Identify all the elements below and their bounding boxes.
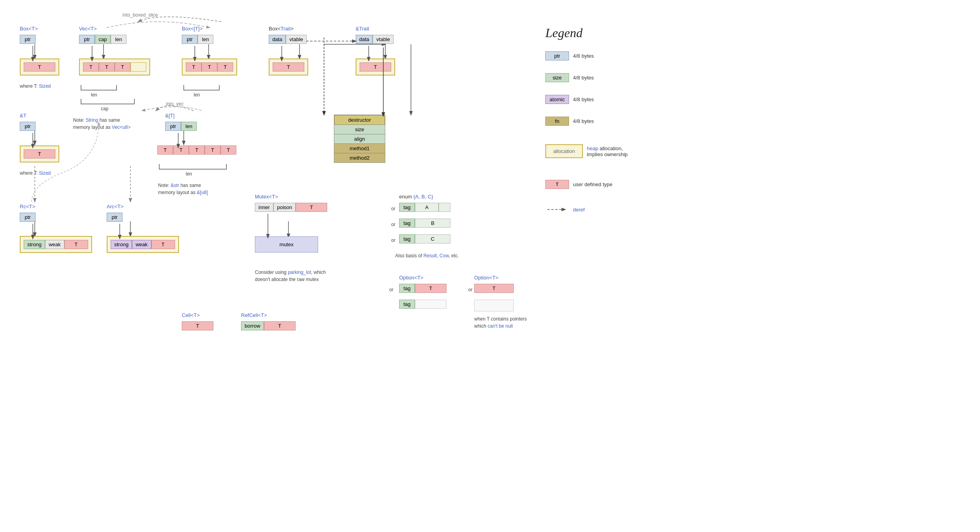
enum-row-A: tag A bbox=[399, 203, 450, 212]
arc-t-ptr: ptr bbox=[107, 213, 122, 222]
box-t-alloc: T bbox=[20, 58, 59, 75]
cell-t-label: Cell<T> bbox=[182, 312, 200, 318]
legend-allocation-row: allocation heap allocation,implies owner… bbox=[545, 144, 628, 158]
note-str: Note: &str has samememory layout as &[u8… bbox=[158, 182, 208, 196]
vec-cap-label: cap bbox=[101, 106, 108, 111]
box-slice-label: Box<[T]> bbox=[182, 26, 203, 32]
rc-t-alloc: strong weak T bbox=[20, 236, 92, 253]
into-vec-label: into_vec bbox=[166, 101, 184, 107]
mutex-t-label: Mutex<T> bbox=[255, 194, 278, 200]
ref-slice-label: &[T] bbox=[165, 113, 175, 119]
vec-t-label: Vec<T> bbox=[79, 26, 97, 32]
box-trait-alloc: T bbox=[269, 58, 308, 75]
refcell-t-box: borrow T bbox=[241, 321, 296, 330]
mutex-t-mutex-box: mutex bbox=[255, 236, 318, 253]
legend-atomic-row: atomic 4/8 bytes bbox=[545, 95, 594, 104]
ref-t-label: &T bbox=[20, 113, 26, 119]
mutex-note: Consider using parking_lot, whichdoesn't… bbox=[255, 269, 326, 283]
option-t2-note: when T contains pointerswhich can't be n… bbox=[474, 315, 527, 330]
ref-slice-len-brace bbox=[157, 162, 228, 174]
option-t2-label: Option<T> bbox=[474, 275, 498, 281]
box-t-label: Box<T> bbox=[20, 26, 38, 32]
main-container: Box<T> ptr T where T: Sized Vec<T> ptr c… bbox=[0, 0, 980, 532]
enum-or3: or bbox=[391, 237, 396, 243]
ref-trait-label: &Trait bbox=[356, 26, 369, 32]
refcell-t-label: RefCell<T> bbox=[241, 312, 267, 318]
ref-t-ptr: ptr bbox=[20, 122, 36, 131]
rc-t-ptr: ptr bbox=[20, 213, 36, 222]
vec-t-header: ptr cap len bbox=[79, 35, 126, 44]
rc-t-label: Rc<T> bbox=[20, 204, 35, 209]
cell-t-box: T bbox=[182, 321, 213, 330]
option-t2-T: T bbox=[474, 284, 514, 293]
box-slice-len-label: len bbox=[194, 92, 200, 98]
box-trait-label: Box<Trait> bbox=[269, 26, 294, 32]
enum-also-basis: Also basis of Result, Cow, etc. bbox=[395, 252, 459, 259]
enum-row-B: tag B bbox=[399, 219, 450, 228]
note-string: Note: String has samememory layout as Ve… bbox=[73, 117, 130, 131]
box-trait-header: data vtable bbox=[269, 35, 307, 44]
legend-deref-row: deref bbox=[545, 206, 585, 213]
into-boxed-slice-label: into_boxed_slice bbox=[122, 12, 158, 18]
ref-trait-alloc: T bbox=[356, 58, 395, 75]
option-t1-label: Option<T> bbox=[399, 275, 423, 281]
ref-slice-len-label: len bbox=[186, 171, 192, 177]
trait-vtable-arrow bbox=[375, 35, 395, 122]
enum-or1: or bbox=[391, 206, 396, 211]
arc-t-label: Arc<T> bbox=[107, 204, 124, 209]
vec-t-alloc: T T T bbox=[79, 58, 150, 75]
legend-title: Legend bbox=[545, 26, 582, 40]
option-row1-T: tag T bbox=[399, 284, 447, 293]
vtable-struct: destructor size align method1 method2 bbox=[334, 115, 385, 163]
into-boxed-arrow bbox=[103, 12, 213, 36]
enum-label: enum {A, B, C} bbox=[399, 194, 433, 200]
enum-or2: or bbox=[391, 221, 396, 227]
option-row1-empty: tag bbox=[399, 300, 447, 309]
ref-trait-header: data vtable bbox=[356, 35, 394, 44]
legend-ptr-row: ptr 4/8 bytes bbox=[545, 51, 594, 60]
ref-slice-header: ptr len bbox=[165, 122, 197, 131]
ref-t-alloc: T bbox=[20, 145, 59, 162]
ref-slice-array: T T T T T bbox=[157, 145, 236, 155]
ref-t-where: where T: Sized bbox=[20, 170, 51, 176]
legend-size-row: size 4/8 bytes bbox=[545, 73, 594, 82]
box-slice-header: ptr len bbox=[182, 35, 213, 44]
box-slice-len-brace bbox=[182, 83, 221, 95]
box-t-ptr-box: ptr bbox=[20, 35, 36, 44]
option-or2: or bbox=[468, 287, 473, 292]
mutex-t-header: inner poison T bbox=[255, 203, 327, 212]
arc-t-alloc: strong weak T bbox=[107, 236, 179, 253]
box-t-where: where T: Sized bbox=[20, 83, 51, 89]
option-t2-empty bbox=[474, 300, 514, 313]
enum-row-C: tag C bbox=[399, 234, 450, 243]
diagram-arrows bbox=[0, 0, 980, 532]
legend-fn-row: fn 4/8 bytes bbox=[545, 117, 594, 126]
box-slice-alloc: T T T bbox=[182, 58, 237, 75]
vec-len-brace bbox=[79, 83, 119, 95]
option-or1: or bbox=[389, 287, 394, 292]
legend-T-row: T user defined type bbox=[545, 180, 612, 189]
